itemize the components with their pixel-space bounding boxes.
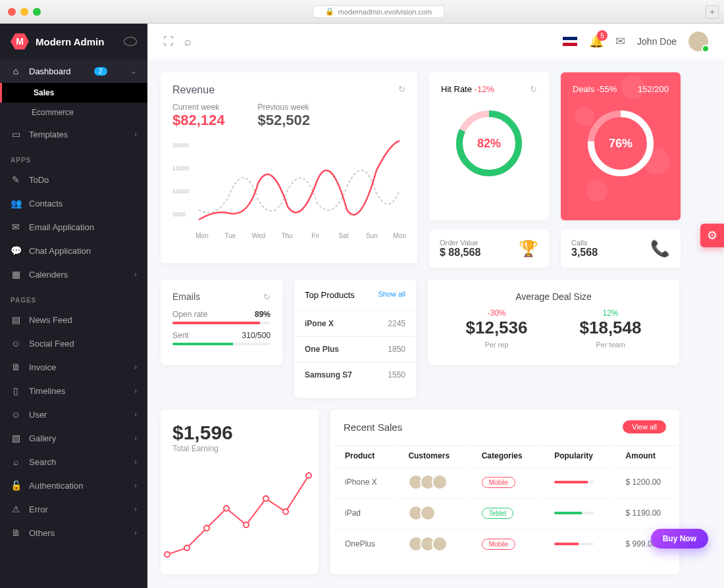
recent-title: Recent Sales [344, 422, 402, 433]
sidebar-item-templates[interactable]: ▭Templates› [0, 122, 147, 146]
team-value: $18,548 [554, 318, 667, 338]
svg-text:Mon: Mon [195, 232, 208, 239]
new-tab-button[interactable]: + [706, 5, 719, 18]
sidebar-item-contacts[interactable]: 👥Contacts [0, 191, 147, 215]
sidebar-item-invoice[interactable]: 🗎Invoice› [0, 355, 147, 379]
recent-sales-card: Recent SalesView all ProductCustomersCat… [330, 410, 679, 574]
search-icon[interactable]: ⌕ [184, 35, 192, 49]
previous-week-label: Previous week [258, 103, 311, 112]
open-rate-label: Open rate [172, 310, 207, 319]
gallery-icon: ▧ [11, 433, 21, 443]
sidebar-item-gallery[interactable]: ▧Gallery› [0, 426, 147, 450]
url-bar[interactable]: 🔒 modernadmin.evolvision.com [313, 5, 444, 18]
buy-now-button[interactable]: Buy Now [651, 529, 708, 549]
sidebar-item-chat[interactable]: 💬Chat Application [0, 239, 147, 262]
svg-point-16 [165, 552, 170, 557]
svg-text:10000: 10000 [172, 188, 189, 195]
sidebar: M Modern Admin ⌂ Dashboard 2 ⌄ Sales Eco… [0, 24, 147, 588]
brand[interactable]: M Modern Admin [0, 24, 147, 59]
svg-point-23 [306, 473, 311, 478]
sidebar-item-todo[interactable]: ✎ToDo [0, 168, 147, 191]
recent-sales-table: ProductCustomersCategoriesPopularityAmou… [330, 444, 679, 560]
hit-value: 82% [453, 107, 525, 180]
minimize-window[interactable] [20, 8, 28, 16]
chevron-right-icon: › [134, 481, 137, 490]
svg-point-20 [244, 522, 249, 527]
revenue-chart: 2000015000100005000 MonTueWedThuFriSatSu… [172, 134, 406, 249]
avatar[interactable] [688, 32, 708, 51]
language-flag-uk[interactable] [563, 37, 577, 46]
chevron-right-icon: › [134, 457, 137, 466]
browser-chrome: 🔒 modernadmin.evolvision.com + [0, 0, 724, 24]
earning-value: $1,596 [172, 422, 307, 444]
sidebar-item-search[interactable]: ⌕Search› [0, 450, 147, 474]
sidebar-sub-sales[interactable]: Sales [0, 83, 147, 103]
table-row[interactable]: iPadTeblet$ 1190.00 [332, 498, 678, 527]
sidebar-sub-ecommerce[interactable]: Ecommerce [0, 103, 147, 122]
fullscreen-icon[interactable]: ⛶ [163, 36, 174, 47]
settings-fab[interactable]: ⚙ [700, 224, 724, 247]
svg-text:Thu: Thu [281, 232, 292, 239]
home-icon: ⌂ [11, 66, 21, 76]
sidebar-item-dashboard[interactable]: ⌂ Dashboard 2 ⌄ [0, 59, 147, 83]
product-row[interactable]: Samsung S71550 [294, 362, 416, 387]
sidebar-item-others[interactable]: 🗎Others› [0, 521, 147, 545]
reload-icon[interactable]: ↻ [398, 84, 405, 94]
svg-text:Wed: Wed [252, 232, 265, 239]
svg-text:15000: 15000 [172, 165, 189, 172]
earning-card: $1,596 Total Earning [161, 410, 319, 574]
col-categories: Categories [469, 445, 540, 466]
hit-title: Hit Rate [441, 84, 472, 94]
users-icon: 👥 [11, 198, 21, 208]
view-all-button[interactable]: View all [623, 420, 666, 433]
badge: 2 [94, 67, 107, 76]
url-text: modernadmin.evolvision.com [338, 8, 432, 16]
product-row[interactable]: iPone X2245 [294, 310, 416, 336]
svg-point-22 [283, 509, 288, 514]
avg-deal-title: Average Deal Size [440, 291, 667, 302]
reload-icon[interactable]: ↻ [263, 292, 271, 302]
col-popularity: Popularity [541, 445, 611, 466]
collapse-icon[interactable] [124, 37, 137, 46]
col-product: Product [332, 445, 394, 466]
chat-icon: 💬 [11, 245, 21, 256]
sent-label: Sent [172, 331, 189, 340]
current-week-label: Current week [172, 103, 225, 112]
deals-title: Deals [573, 84, 594, 94]
sidebar-item-calendars[interactable]: ▦Calenders› [0, 262, 147, 286]
svg-text:Sat: Sat [338, 232, 348, 239]
top-products-card: Top ProductsShow all iPone X2245 One Plu… [294, 280, 416, 398]
sidebar-item-auth[interactable]: 🔓Authentication› [0, 474, 147, 497]
rep-label: Per rep [440, 341, 554, 349]
sidebar-item-email[interactable]: ✉Email Application [0, 215, 147, 239]
chevron-right-icon: › [134, 386, 137, 395]
user-name[interactable]: John Doe [637, 36, 677, 47]
product-row[interactable]: One Plus1850 [294, 336, 416, 362]
avg-deal-card: Average Deal Size -30%$12,536Per rep 12%… [428, 280, 679, 365]
team-label: Per team [554, 341, 667, 349]
show-all-link[interactable]: Show all [378, 290, 405, 300]
emails-card: Emails↻ Open rate89% Sent310/500 [161, 280, 282, 365]
maximize-window[interactable] [33, 8, 41, 16]
sidebar-item-socialfeed[interactable]: ☺Social Feed [0, 331, 147, 355]
notifications-button[interactable]: 🔔 5 [589, 34, 604, 49]
calls-value: 3,568 [571, 247, 598, 258]
sidebar-heading-apps: APPS [0, 146, 147, 168]
table-row[interactable]: OnePlusMobile$ 999.00 [332, 529, 678, 558]
svg-text:Fri: Fri [311, 232, 319, 239]
sidebar-item-error[interactable]: ⚠Error› [0, 497, 147, 521]
mail-icon: ✉ [11, 222, 21, 232]
deals-value: 76% [584, 107, 657, 180]
mail-icon[interactable]: ✉ [615, 34, 625, 49]
invoice-icon: 🗎 [11, 362, 21, 372]
main: ⛶ ⌕ 🔔 5 ✉ John Doe Revenue ↻ [147, 24, 724, 588]
sidebar-item-newsfeed[interactable]: ▤News Feed [0, 308, 147, 331]
notification-badge: 5 [597, 30, 608, 41]
reload-icon[interactable]: ↻ [530, 84, 537, 94]
chevron-right-icon: › [134, 410, 137, 419]
close-window[interactable] [8, 8, 16, 16]
sidebar-item-timelines[interactable]: ▯Timelines› [0, 379, 147, 403]
sidebar-item-user[interactable]: ☺User› [0, 403, 147, 426]
chevron-right-icon: › [134, 528, 137, 537]
table-row[interactable]: iPhone XMobile$ 1200.00 [332, 467, 678, 497]
